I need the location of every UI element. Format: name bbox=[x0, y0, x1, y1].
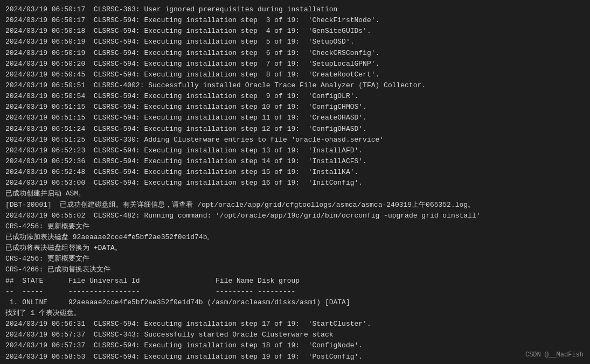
log-line: 已成功将表决磁盘组替换为 +DATA。 bbox=[5, 243, 585, 254]
log-line: 2024/03/19 06:53:00 CLSRSC-594: Executin… bbox=[5, 178, 585, 188]
log-line: 2024/03/19 06:50:19 CLSRSC-594: Executin… bbox=[5, 37, 585, 47]
log-line: 2024/03/19 06:51:24 CLSRSC-594: Executin… bbox=[5, 124, 585, 135]
log-line: 2024/03/19 06:59:21 CLSRSC-325: Configur… bbox=[5, 362, 585, 364]
log-line: 2024/03/19 06:50:45 CLSRSC-594: Executin… bbox=[5, 69, 585, 80]
log-line: 2024/03/19 06:57:37 CLSRSC-594: Executin… bbox=[5, 340, 585, 351]
watermark: CSDN @__MadFish bbox=[525, 351, 584, 359]
log-line: 2024/03/19 06:51:25 CLSRSC-330: Adding C… bbox=[5, 135, 585, 145]
log-line: 2024/03/19 06:50:51 CLSRSC-4002: Success… bbox=[5, 80, 585, 91]
log-line: ## STATE File Universal Id File Name Dis… bbox=[5, 276, 585, 286]
log-line: 2024/03/19 06:50:54 CLSRSC-594: Executin… bbox=[5, 91, 585, 102]
log-line: 2024/03/19 06:50:17 CLSRSC-363: User ign… bbox=[5, 4, 585, 15]
log-line: 2024/03/19 06:57:37 CLSRSC-343: Successf… bbox=[5, 330, 585, 340]
log-line: 2024/03/19 06:55:02 CLSRSC-482: Running … bbox=[5, 211, 585, 221]
terminal: 2024/03/19 06:50:17 CLSRSC-363: User ign… bbox=[0, 0, 590, 364]
log-line: 2024/03/19 06:52:36 CLSRSC-594: Executin… bbox=[5, 156, 585, 167]
log-line: 已成功添加表决磁盘 92aeaaae2cce4fe5bf2ae352f0e1d7… bbox=[5, 232, 585, 243]
log-line: 2024/03/19 06:58:53 CLSRSC-594: Executin… bbox=[5, 352, 585, 362]
log-line: 2024/03/19 06:52:48 CLSRSC-594: Executin… bbox=[5, 167, 585, 178]
log-line: 2024/03/19 06:51:15 CLSRSC-594: Executin… bbox=[5, 113, 585, 123]
log-line: 2024/03/19 06:51:15 CLSRSC-594: Executin… bbox=[5, 102, 585, 113]
log-line: 找到了 1 个表决磁盘。 bbox=[5, 308, 585, 319]
log-line: CRS-4256: 更新概要文件 bbox=[5, 221, 585, 232]
log-line: 2024/03/19 06:56:31 CLSRSC-594: Executin… bbox=[5, 319, 585, 330]
log-line: -- ----- ----------------- --------- ---… bbox=[5, 286, 585, 297]
log-line: 2024/03/19 06:50:20 CLSRSC-594: Executin… bbox=[5, 59, 585, 69]
log-line: 2024/03/19 06:50:19 CLSRSC-594: Executin… bbox=[5, 48, 585, 59]
log-line: 2024/03/19 06:50:18 CLSRSC-594: Executin… bbox=[5, 26, 585, 37]
log-line: 2024/03/19 06:50:17 CLSRSC-594: Executin… bbox=[5, 15, 585, 26]
log-line: 2024/03/19 06:52:23 CLSRSC-594: Executin… bbox=[5, 145, 585, 156]
log-line: 1. ONLINE 92aeaaae2cce4fe5bf2ae352f0e1d7… bbox=[5, 297, 585, 308]
log-line: CRS-4256: 更新概要文件 bbox=[5, 254, 585, 264]
log-line: CRS-4266: 已成功替换表决文件 bbox=[5, 264, 585, 275]
log-line: 已成功创建并启动 ASM。 bbox=[5, 188, 585, 199]
log-container: 2024/03/19 06:50:17 CLSRSC-363: User ign… bbox=[5, 4, 585, 364]
log-line: [DBT-30001] 已成功创建磁盘组。有关详细信息，请查看 /opt/ora… bbox=[5, 200, 585, 211]
